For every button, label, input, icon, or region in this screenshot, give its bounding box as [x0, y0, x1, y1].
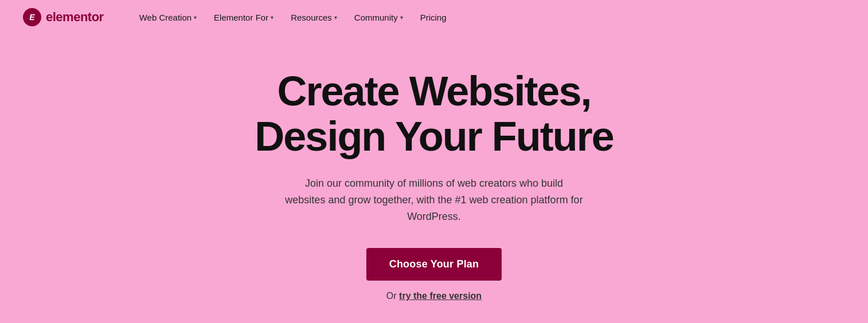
chevron-down-icon: ▾ [400, 14, 403, 21]
nav-link-elementor-for[interactable]: Elementor For ▾ [207, 8, 280, 27]
chevron-down-icon: ▾ [271, 14, 273, 21]
nav-item-resources: Resources ▾ [284, 8, 344, 27]
logo-icon: E [23, 8, 41, 26]
hero-subtitle: Join our community of millions of web cr… [285, 175, 583, 224]
chevron-down-icon: ▾ [334, 14, 337, 21]
logo-link[interactable]: E elementor [23, 8, 104, 26]
nav-item-elementor-for: Elementor For ▾ [207, 8, 280, 27]
free-version-text: Or try the free version [386, 291, 482, 301]
logo-text: elementor [46, 10, 104, 25]
nav-link-web-creation[interactable]: Web Creation ▾ [132, 8, 204, 27]
nav-link-resources[interactable]: Resources ▾ [284, 8, 344, 27]
nav-link-community[interactable]: Community ▾ [347, 8, 410, 27]
nav-links: Web Creation ▾ Elementor For ▾ Resources… [132, 8, 453, 27]
navbar: E elementor Web Creation ▾ Elementor For… [0, 0, 868, 34]
hero-title: Create Websites, Design Your Future [255, 69, 613, 159]
nav-link-pricing[interactable]: Pricing [413, 8, 453, 27]
chevron-down-icon: ▾ [194, 14, 197, 21]
nav-item-pricing: Pricing [413, 8, 453, 27]
nav-item-web-creation: Web Creation ▾ [132, 8, 204, 27]
free-version-link[interactable]: try the free version [399, 291, 482, 301]
hero-section: Create Websites, Design Your Future Join… [0, 34, 868, 323]
nav-item-community: Community ▾ [347, 8, 410, 27]
choose-plan-button[interactable]: Choose Your Plan [366, 248, 502, 281]
